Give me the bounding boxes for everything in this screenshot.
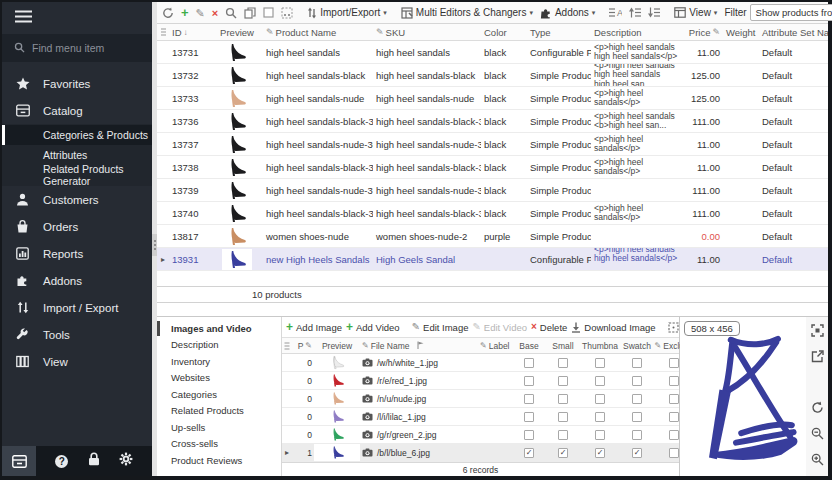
checkbox[interactable] — [524, 394, 534, 404]
fit-to-screen-icon[interactable] — [811, 323, 824, 341]
exclude-checkbox[interactable] — [654, 426, 679, 443]
column-header-product-name[interactable]: ✎Product Name — [263, 27, 373, 38]
column-header-preview[interactable]: Preview — [314, 341, 360, 351]
base-checkbox[interactable] — [512, 426, 546, 443]
splitter-handle[interactable] — [152, 234, 157, 256]
column-header-label[interactable]: ✎Label — [478, 341, 512, 351]
column-header-color[interactable]: Color — [481, 27, 527, 38]
tab-cross-sells[interactable]: Cross-sells — [157, 436, 281, 453]
product-row-13731[interactable]: 13731high heel sandalshigh heel sandalsb… — [157, 41, 828, 64]
delete-product-button[interactable]: × — [210, 7, 220, 19]
settings-gear-icon[interactable] — [119, 452, 133, 470]
column-header-base[interactable]: Base — [512, 341, 546, 351]
column-header-file-name[interactable]: ✎File Name — [360, 341, 478, 351]
view-menu[interactable]: View▾ — [672, 6, 719, 19]
column-header-sku[interactable]: ✎SKU — [373, 27, 481, 38]
multi-editors-menu[interactable]: Multi Editors & Changers▾ — [399, 6, 535, 20]
base-checkbox[interactable] — [512, 354, 546, 371]
checkbox[interactable] — [669, 394, 679, 404]
checkbox[interactable] — [632, 376, 642, 386]
checkbox[interactable] — [595, 412, 605, 422]
checkbox[interactable] — [524, 412, 534, 422]
tab-product-reviews[interactable]: Product Reviews — [157, 452, 281, 469]
tab-categories[interactable]: Categories — [157, 386, 281, 403]
menu-search-input[interactable] — [32, 42, 132, 54]
checkbox[interactable] — [595, 394, 605, 404]
image-row-nude.jpg[interactable]: 0 /n/u/nude.jpg — [282, 390, 679, 408]
checkbox[interactable] — [524, 376, 534, 386]
checkbox[interactable] — [558, 394, 568, 404]
base-checkbox[interactable] — [512, 408, 546, 425]
download-image-button[interactable]: Download Image — [571, 322, 655, 333]
base-checkbox[interactable] — [512, 372, 546, 389]
checkbox[interactable]: ✓ — [595, 448, 605, 458]
product-row-13736[interactable]: 13736high heel sandals-black-36high heel… — [157, 110, 828, 133]
checkbox[interactable]: ✓ — [524, 448, 534, 458]
checkbox[interactable] — [595, 430, 605, 440]
tab-websites[interactable]: Websites — [157, 370, 281, 387]
tab-description[interactable]: Description — [157, 337, 281, 354]
base-checkbox[interactable]: ✓ — [512, 444, 546, 461]
multi-select-cells-icon[interactable] — [279, 6, 295, 20]
small-checkbox[interactable] — [546, 408, 580, 425]
edit-image-button[interactable]: ✎Edit Image — [412, 322, 469, 333]
tab-related-products[interactable]: Related Products — [157, 403, 281, 420]
swatch-checkbox[interactable] — [620, 372, 654, 389]
delete-button[interactable]: ×Delete — [531, 322, 567, 333]
edit-video-button[interactable]: ✎Edit Video — [472, 322, 527, 333]
thumbnail-checkbox[interactable] — [580, 354, 620, 371]
add-video-button[interactable]: +Add Video — [346, 322, 400, 333]
product-row-13931[interactable]: ▸13931new High Heels SandalsHigh Geels S… — [157, 248, 828, 271]
checkbox[interactable] — [558, 358, 568, 368]
checkbox[interactable] — [558, 430, 568, 440]
column-header-id[interactable]: ID↓ — [169, 27, 211, 38]
column-header-position[interactable]: P✎ — [292, 341, 314, 351]
checkbox[interactable] — [524, 358, 534, 368]
product-row-13740[interactable]: 13740high heel sandals-black-38high heel… — [157, 202, 828, 225]
sidebar-item-catalog[interactable]: Catalog — [2, 97, 152, 124]
search-products-icon[interactable] — [223, 6, 239, 20]
column-header-preview[interactable]: Preview — [211, 27, 263, 38]
column-header-thumbnail[interactable]: Thumbna — [580, 341, 620, 351]
sidebar-item-view[interactable]: View — [2, 348, 152, 375]
product-row-13739[interactable]: 13739high heel sandals-nude-37high heel … — [157, 179, 828, 202]
move-down-icon[interactable] — [646, 6, 662, 19]
tab-inventory[interactable]: Inventory — [157, 353, 281, 370]
column-header-swatch[interactable]: Swatch — [620, 341, 654, 351]
image-row-blue_6.jpg[interactable]: ▸1 /b/l/blue_6.jpg✓✓✓✓ — [282, 444, 679, 462]
product-row-13817[interactable]: 13817women shoes-nudewomen shoes-nude-2p… — [157, 225, 828, 248]
small-checkbox[interactable]: ✓ — [546, 444, 580, 461]
zoom-in-icon[interactable] — [811, 452, 824, 470]
checkbox[interactable] — [669, 430, 679, 440]
thumbnail-checkbox[interactable] — [580, 426, 620, 443]
add-product-button[interactable]: + — [179, 7, 191, 19]
product-row-13733[interactable]: 13733high heel sandals-nudehigh heel san… — [157, 87, 828, 110]
small-checkbox[interactable] — [546, 372, 580, 389]
product-row-13737[interactable]: 13737high heel sandals-nude-36high heel … — [157, 133, 828, 156]
image-row-red_1.jpg[interactable]: 0 /r/e/red_1.jpg — [282, 372, 679, 390]
lock-icon[interactable] — [88, 452, 100, 470]
sort-letters-icon[interactable]: A — [607, 6, 624, 19]
swatch-checkbox[interactable] — [620, 408, 654, 425]
checkbox[interactable] — [595, 358, 605, 368]
hamburger-menu-icon[interactable] — [15, 9, 32, 27]
import-export-menu[interactable]: Import/Export▾ — [305, 6, 389, 20]
thumbnail-checkbox[interactable] — [580, 408, 620, 425]
checkbox[interactable] — [669, 412, 679, 422]
swatch-checkbox[interactable] — [620, 426, 654, 443]
checkbox[interactable] — [669, 358, 679, 368]
image-row-green_2.jpg[interactable]: 0 /g/r/green_2.jpg — [282, 426, 679, 444]
row-selector-icon[interactable] — [157, 28, 169, 37]
checkbox[interactable] — [632, 412, 642, 422]
column-header-description[interactable]: Description — [591, 27, 681, 38]
product-row-13732[interactable]: 13732high heel sandals-blackhigh heel sa… — [157, 64, 828, 87]
checkbox[interactable] — [632, 358, 642, 368]
checkbox[interactable]: ✓ — [558, 448, 568, 458]
product-row-13738[interactable]: 13738high heel sandals-black-37high heel… — [157, 156, 828, 179]
checkbox[interactable] — [595, 376, 605, 386]
sidebar-item-customers[interactable]: Customers — [2, 186, 152, 213]
exclude-checkbox[interactable] — [654, 444, 679, 461]
edit-product-button[interactable]: ✎ — [194, 7, 207, 19]
sidebar-item-orders[interactable]: Orders — [2, 213, 152, 240]
help-icon[interactable]: ? — [55, 455, 68, 468]
